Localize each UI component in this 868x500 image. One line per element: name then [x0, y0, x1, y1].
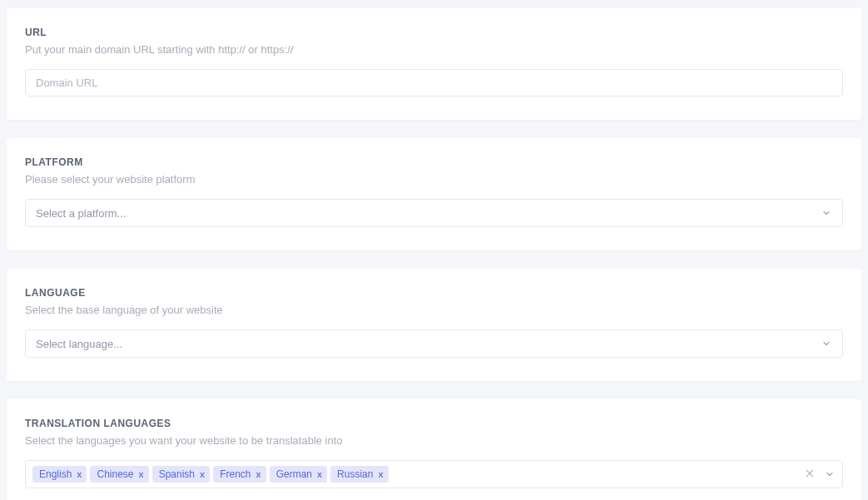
translation-subtitle: Select the languages you want your websi…	[25, 434, 843, 447]
remove-tag-icon[interactable]: x	[256, 470, 261, 479]
remove-tag-icon[interactable]: x	[77, 470, 82, 479]
translation-tags-container: EnglishxChinesexSpanishxFrenchxGermanxRu…	[32, 466, 797, 483]
translation-tag: Russianx	[330, 466, 388, 483]
translation-tag-label: Russian	[337, 468, 373, 480]
translation-tag: Chinesex	[90, 466, 148, 483]
translation-tag-label: French	[220, 468, 250, 480]
translation-tag-label: Spanish	[159, 468, 195, 480]
language-section: LANGUAGE Select the base language of you…	[7, 269, 861, 381]
translation-tag: Frenchx	[213, 466, 265, 483]
remove-tag-icon[interactable]: x	[378, 470, 383, 479]
chevron-down-icon	[821, 338, 832, 349]
chevron-down-icon[interactable]	[824, 468, 836, 480]
platform-select-placeholder: Select a platform...	[36, 207, 126, 220]
translation-tag: Englishx	[32, 466, 87, 483]
language-subtitle: Select the base language of your website	[25, 304, 843, 316]
translation-tag-label: Chinese	[97, 468, 133, 480]
url-subtitle: Put your main domain URL starting with h…	[25, 43, 843, 56]
translation-tag: Germanx	[270, 466, 327, 483]
remove-tag-icon[interactable]: x	[200, 470, 205, 479]
translation-title: TRANSLATION LANGUAGES	[25, 418, 843, 429]
remove-tag-icon[interactable]: x	[317, 470, 322, 479]
translation-select-actions	[797, 468, 836, 481]
url-section: URL Put your main domain URL starting wi…	[7, 8, 861, 120]
translation-tag-label: English	[39, 468, 72, 480]
platform-section: PLATFORM Please select your website plat…	[7, 138, 861, 250]
platform-title: PLATFORM	[25, 156, 843, 168]
translation-section: TRANSLATION LANGUAGES Select the languag…	[7, 399, 861, 500]
chevron-down-icon	[821, 207, 832, 219]
language-title: LANGUAGE	[25, 287, 843, 299]
remove-tag-icon[interactable]: x	[139, 470, 144, 479]
language-select-placeholder: Select language...	[36, 338, 122, 350]
platform-subtitle: Please select your website platform	[25, 173, 843, 186]
translation-tag-label: German	[276, 468, 312, 480]
translation-tag: Spanishx	[152, 466, 211, 483]
translation-select[interactable]: EnglishxChinesexSpanishxFrenchxGermanxRu…	[25, 460, 843, 488]
url-input[interactable]	[25, 69, 843, 97]
platform-select[interactable]: Select a platform...	[25, 199, 843, 227]
url-title: URL	[25, 27, 843, 38]
clear-all-icon[interactable]	[804, 468, 816, 481]
language-select[interactable]: Select language...	[25, 329, 843, 358]
